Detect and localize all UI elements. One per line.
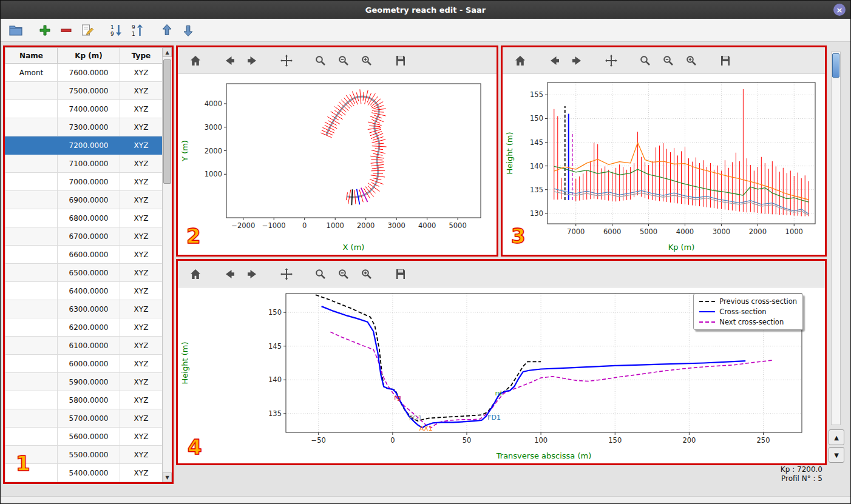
table-row[interactable]: 7200.0000XYZ: [5, 136, 163, 155]
zoom-in-icon: [360, 267, 373, 281]
edit-profile-button[interactable]: [78, 21, 97, 39]
back-button[interactable]: [222, 266, 237, 282]
annotation-2: 2: [186, 226, 201, 246]
title-bar: Geometry reach edit - Saar ×: [1, 1, 850, 19]
kp-readout: Kp : 7200.0: [781, 465, 822, 474]
add-profile-button[interactable]: [36, 21, 54, 39]
table-row[interactable]: 6700.0000XYZ: [5, 227, 163, 246]
forward-button[interactable]: [245, 266, 260, 282]
profile-chart[interactable]: 7000600050004000300020001000130135140145…: [503, 74, 825, 255]
table-cell: 6800.0000: [58, 209, 120, 227]
table-row[interactable]: 6600.0000XYZ: [5, 246, 163, 264]
profil-readout: Profil N° : 5: [781, 474, 822, 483]
profile-scrollbar[interactable]: [831, 52, 841, 425]
window: Geometry reach edit - Saar × 1991 NameKp…: [0, 0, 851, 504]
zoom-button[interactable]: [313, 266, 328, 282]
annotation-4: 4: [188, 437, 202, 457]
home-button[interactable]: [188, 266, 203, 282]
table-row[interactable]: 5800.0000XYZ: [5, 391, 163, 409]
zoom-button[interactable]: [637, 53, 653, 69]
table-row[interactable]: 6800.0000XYZ: [5, 209, 163, 227]
mpl-toolbar: [503, 47, 825, 74]
svg-text:5000: 5000: [640, 227, 657, 236]
zoom-out-button[interactable]: [336, 53, 351, 69]
sort-descending-button[interactable]: 91: [129, 21, 147, 39]
profile-down-button[interactable]: ▼: [829, 447, 844, 463]
save-button[interactable]: [717, 53, 733, 69]
column-header: Type: [120, 48, 163, 64]
save-button[interactable]: [393, 53, 409, 69]
table-row[interactable]: 6300.0000XYZ: [5, 300, 163, 318]
table-cell: 5800.0000: [58, 391, 120, 409]
table-row[interactable]: 6000.0000XYZ: [5, 355, 163, 373]
profile-plot: 7000600050004000300020001000130135140145…: [503, 74, 825, 255]
move-profile-down-button[interactable]: [179, 21, 197, 39]
save-icon: [394, 267, 407, 281]
table-row[interactable]: 6200.0000XYZ: [5, 318, 163, 337]
pan-button[interactable]: [603, 53, 619, 69]
table-row[interactable]: 7000.0000XYZ: [5, 173, 163, 191]
zoom-in-button[interactable]: [359, 53, 375, 69]
sort-ascending-button[interactable]: 19: [107, 21, 126, 39]
zoom-in-button[interactable]: [359, 266, 375, 282]
pan-button[interactable]: [279, 53, 294, 69]
table-cell: 6500.0000: [58, 264, 120, 282]
zoom-out-icon: [662, 54, 675, 67]
down-triangle-icon: ▼: [834, 452, 839, 459]
table-row[interactable]: 7300.0000XYZ: [5, 118, 163, 136]
zoom-out-button[interactable]: [336, 266, 351, 282]
forward-button[interactable]: [569, 53, 585, 69]
table-row[interactable]: 5300.0000XYZ: [5, 482, 163, 483]
table-row[interactable]: 6100.0000XYZ: [5, 337, 163, 355]
table-row[interactable]: 7100.0000XYZ: [5, 155, 163, 173]
table-cell: XYZ: [120, 64, 163, 82]
profile-up-button[interactable]: ▲: [829, 429, 844, 445]
svg-text:200: 200: [682, 436, 696, 445]
table-scrollbar[interactable]: ▲ ▼: [162, 47, 172, 482]
table-row[interactable]: 6500.0000XYZ: [5, 264, 163, 282]
profile-scrollbar-thumb[interactable]: [832, 53, 839, 78]
table-row[interactable]: 6400.0000XYZ: [5, 282, 163, 300]
table-row[interactable]: 7500.0000XYZ: [5, 82, 163, 100]
table-row[interactable]: 5700.0000XYZ: [5, 409, 163, 428]
table-header-row: NameKp (m)Type: [5, 48, 163, 64]
zoom-out-button[interactable]: [660, 53, 676, 69]
home-button[interactable]: [188, 53, 203, 69]
table-cell: 7300.0000: [58, 118, 120, 136]
pan-button[interactable]: [279, 266, 294, 282]
table-row[interactable]: 7400.0000XYZ: [5, 100, 163, 118]
save-icon: [719, 54, 732, 67]
open-file-button[interactable]: [7, 21, 25, 39]
zoom-button[interactable]: [313, 53, 328, 69]
legend-label: Previous cross-section: [719, 297, 797, 306]
svg-text:0: 0: [390, 436, 395, 445]
table-row[interactable]: Amont7600.0000XYZ: [5, 64, 163, 82]
table-scrollbar-thumb[interactable]: [163, 59, 171, 184]
home-button[interactable]: [512, 53, 528, 69]
svg-text:3000: 3000: [205, 123, 222, 132]
plan-chart[interactable]: −2000−1000010002000300040005000100020003…: [178, 74, 497, 255]
save-button[interactable]: [393, 266, 409, 282]
table-cell: 5900.0000: [58, 373, 120, 391]
table-cell: XYZ: [120, 282, 163, 300]
svg-text:−2000: −2000: [231, 221, 255, 230]
table-row[interactable]: 6900.0000XYZ: [5, 191, 163, 209]
scroll-down-icon[interactable]: ▼: [163, 472, 172, 482]
back-button[interactable]: [546, 53, 562, 69]
svg-text:X (m): X (m): [343, 243, 365, 252]
svg-text:0: 0: [302, 221, 307, 230]
svg-text:−50: −50: [311, 436, 326, 445]
table-cell: [5, 318, 58, 337]
forward-button[interactable]: [245, 53, 260, 69]
scroll-up-icon[interactable]: ▲: [163, 47, 172, 57]
back-button[interactable]: [222, 53, 237, 69]
table-row[interactable]: 5600.0000XYZ: [5, 428, 163, 446]
legend-item: Previous cross-section: [699, 297, 797, 306]
zoom-in-button[interactable]: [683, 53, 699, 69]
move-profile-up-button[interactable]: [158, 21, 176, 39]
delete-profile-button[interactable]: [57, 21, 75, 39]
table-cell: 6000.0000: [58, 355, 120, 373]
table-row[interactable]: 5900.0000XYZ: [5, 373, 163, 391]
close-button[interactable]: ×: [833, 4, 846, 16]
svg-text:140: 140: [268, 375, 282, 384]
